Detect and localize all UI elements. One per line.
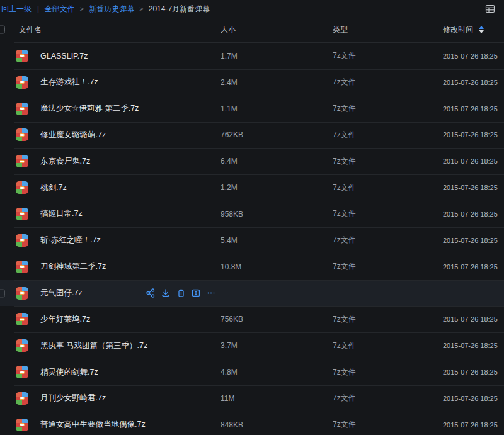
table-row[interactable]: 元气囝仔.7z — [0, 280, 504, 307]
breadcrumb-link[interactable]: 全部文件 — [45, 4, 75, 14]
file-mtime: 2015-07-26 18:25 — [443, 342, 504, 349]
file-type: 7z文件 — [333, 156, 443, 167]
file-mtime: 2015-07-26 18:25 — [443, 237, 504, 244]
file-mtime: 2015-07-26 18:25 — [443, 315, 504, 323]
file-name[interactable]: 修业魔女璐璐萌.7z — [40, 130, 106, 140]
breadcrumb-separator: > — [139, 5, 143, 13]
column-header-size: 大小 — [220, 25, 333, 35]
table-row[interactable]: 搞姬日常.7z — [0, 201, 504, 227]
archive-file-icon — [16, 181, 28, 194]
share-icon[interactable] — [146, 288, 155, 298]
file-type: 7z文件 — [333, 130, 443, 140]
table-row[interactable]: 刀剑神域第二季.7z — [0, 254, 504, 280]
file-mtime: 2015-07-26 18:25 — [443, 105, 504, 113]
file-size: 3.7M — [220, 341, 333, 350]
file-name[interactable]: 精灵使的剑舞.7z — [40, 367, 98, 378]
archive-file-icon — [16, 366, 28, 378]
file-type: 7z文件 — [333, 393, 443, 404]
table-row[interactable]: 精灵使的剑舞.7z — [0, 359, 504, 385]
table-row[interactable]: 生存游戏社！.7z — [0, 69, 504, 96]
file-mtime: 2015-07-26 18:25 — [443, 210, 504, 218]
file-size: 1.7M — [220, 52, 333, 60]
file-mtime: 2015-07-26 18:25 — [443, 395, 504, 402]
file-mtime: 2015-07-26 18:25 — [443, 79, 504, 86]
table-row[interactable]: 普通女高中生要做当地偶像.7z — [0, 412, 504, 435]
file-name[interactable]: GLASSLIP.7z — [40, 52, 88, 60]
archive-file-icon — [16, 76, 28, 89]
file-size: 6.4M — [220, 157, 333, 166]
file-mtime: 2015-07-26 18:25 — [443, 52, 504, 60]
file-size: 10.8M — [220, 263, 333, 271]
table-row[interactable]: 东京食尸鬼.7z — [0, 148, 504, 174]
archive-file-icon — [16, 313, 28, 325]
file-name[interactable]: 刀剑神域第二季.7z — [40, 261, 106, 272]
column-header-name: 文件名 — [0, 25, 220, 35]
breadcrumb-link[interactable]: 新番历史弹幕 — [89, 4, 134, 14]
archive-file-icon — [16, 287, 28, 300]
file-name[interactable]: 元气囝仔.7z — [40, 288, 83, 298]
file-name[interactable]: 斩·赤红之瞳！.7z — [40, 235, 101, 246]
file-size: 1.2M — [220, 183, 333, 192]
archive-file-icon — [16, 128, 28, 141]
file-table-body: GLASSLIP.7z — [0, 43, 504, 435]
file-size: 756KB — [220, 315, 333, 324]
more-icon[interactable] — [207, 288, 215, 298]
file-mtime: 2015-07-26 18:25 — [443, 184, 504, 191]
file-name[interactable]: 搞姬日常.7z — [40, 208, 83, 219]
select-all-checkbox[interactable] — [0, 26, 5, 34]
archive-file-icon — [16, 50, 28, 62]
archive-file-icon — [16, 103, 28, 115]
table-row[interactable]: 少年好莱坞.7z — [0, 306, 504, 332]
file-name[interactable]: 普通女高中生要做当地偶像.7z — [40, 419, 146, 430]
delete-icon[interactable] — [176, 288, 185, 298]
table-row[interactable]: 斩·赤红之瞳！.7z — [0, 227, 504, 254]
row-checkbox[interactable] — [0, 289, 5, 297]
table-row[interactable]: 月刊少女野崎君.7z — [0, 385, 504, 412]
archive-file-icon — [16, 419, 28, 431]
breadcrumb-divider: | — [37, 5, 39, 13]
back-link[interactable]: 回上一级 — [1, 4, 32, 14]
table-row[interactable]: 魔法少女☆伊莉雅 第二季.7z — [0, 96, 504, 122]
column-label-mtime: 修改时间 — [443, 25, 473, 35]
file-name[interactable]: 桃剑.7z — [40, 183, 67, 193]
rename-icon[interactable] — [192, 288, 200, 298]
file-size: 1.1M — [220, 105, 333, 113]
table-row[interactable]: GLASSLIP.7z — [0, 43, 504, 69]
file-size: 2.4M — [220, 78, 333, 87]
file-mtime: 2015-07-26 18:25 — [443, 263, 504, 271]
file-name[interactable]: 魔法少女☆伊莉雅 第二季.7z — [40, 103, 139, 114]
column-header-mtime[interactable]: 修改时间 — [443, 25, 504, 35]
file-name[interactable]: 生存游戏社！.7z — [40, 77, 98, 88]
file-mtime: 2015-07-26 18:25 — [443, 131, 504, 138]
table-header: 文件名 大小 类型 修改时间 — [0, 16, 504, 43]
file-size: 5.4M — [220, 236, 333, 245]
file-type: 7z文件 — [333, 367, 443, 378]
archive-file-icon — [16, 155, 28, 167]
archive-file-icon — [16, 234, 28, 247]
column-label-name: 文件名 — [19, 25, 42, 34]
archive-file-icon — [16, 392, 28, 405]
archive-file-icon — [16, 208, 28, 220]
file-name[interactable]: 少年好莱坞.7z — [40, 314, 90, 325]
table-row[interactable]: 桃剑.7z — [0, 174, 504, 201]
file-mtime: 2015-07-26 18:25 — [443, 368, 504, 376]
file-name[interactable]: 东京食尸鬼.7z — [40, 156, 90, 167]
row-actions — [146, 280, 215, 307]
file-type: 7z文件 — [333, 183, 443, 193]
file-mtime: 2015-07-26 18:25 — [443, 421, 504, 429]
table-row[interactable]: 黑执事 马戏团篇（第三季）.7z — [0, 332, 504, 359]
file-manager-window: 回上一级 | 全部文件>新番历史弹幕>2014-7月新番弹幕 文件名 大小 类型… — [0, 0, 504, 435]
file-size: 762KB — [220, 130, 333, 139]
breadcrumb-separator: > — [80, 5, 84, 13]
file-size: 11M — [220, 394, 333, 403]
table-view-icon[interactable] — [485, 4, 495, 14]
column-header-type: 类型 — [333, 25, 443, 35]
breadcrumb-current: 2014-7月新番弹幕 — [149, 4, 210, 14]
download-icon[interactable] — [161, 288, 170, 298]
file-name[interactable]: 黑执事 马戏团篇（第三季）.7z — [40, 341, 147, 351]
file-name[interactable]: 月刊少女野崎君.7z — [40, 393, 106, 404]
table-row[interactable]: 修业魔女璐璐萌.7z — [0, 122, 504, 149]
sort-icon[interactable] — [479, 26, 484, 33]
file-size: 4.8M — [220, 368, 333, 376]
file-size: 848KB — [220, 421, 333, 429]
